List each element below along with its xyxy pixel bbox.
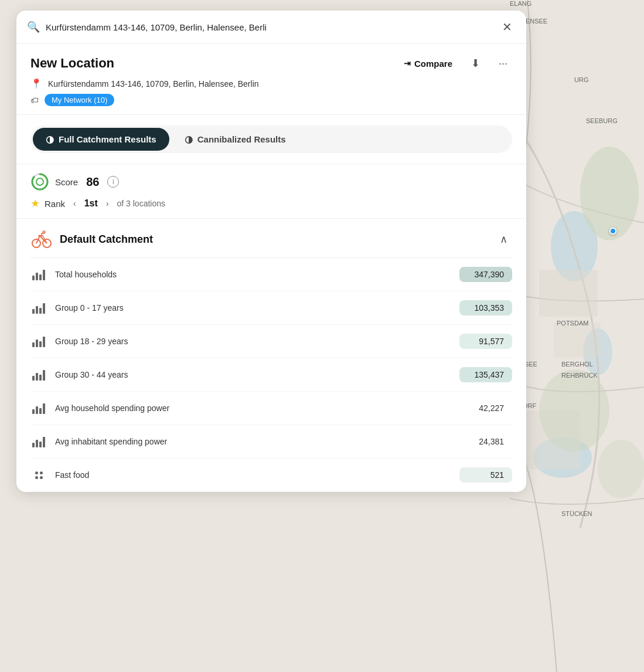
search-bar: 🔍 Kurfürstendamm 143-146, 10709, Berlin,… xyxy=(16,11,526,44)
map-location-dot xyxy=(609,228,616,235)
metric-value-2: 91,577 xyxy=(459,334,512,349)
location-panel: 🔍 Kurfürstendamm 143-146, 10709, Berlin,… xyxy=(16,11,526,492)
metric-label-6: Fast food xyxy=(55,470,451,480)
header-top: New Location ⇥ Compare ⬇ ··· xyxy=(30,55,512,72)
rank-prev-button[interactable]: ‹ xyxy=(70,198,80,209)
rank-row: ★ Rank ‹ 1st › of 3 locations xyxy=(30,197,512,210)
metric-label-5: Avg inhabitant spending power xyxy=(55,437,451,446)
score-value: 86 xyxy=(86,175,99,189)
bar-chart-icon-0 xyxy=(30,266,47,283)
tab-cannibalized[interactable]: ◑ Cannibalized Results xyxy=(172,128,299,151)
score-info-icon[interactable]: i xyxy=(107,176,119,188)
tag-icon: 🏷 xyxy=(30,96,39,105)
metric-row-avg-household: Avg household spending power 42,227 xyxy=(30,392,512,425)
catchment-header: Default Catchment ∧ xyxy=(30,219,512,258)
map-label-urg: URG xyxy=(574,76,588,83)
compare-icon: ⇥ xyxy=(404,59,411,68)
svg-point-9 xyxy=(598,440,644,498)
close-button[interactable]: ✕ xyxy=(499,19,516,35)
rank-next-button[interactable]: › xyxy=(103,198,113,209)
header-actions: ⇥ Compare ⬇ ··· xyxy=(399,55,512,72)
tabs-container: ◑ Full Catchment Results ◑ Cannibalized … xyxy=(30,125,512,153)
score-row: Score 86 i xyxy=(30,172,512,191)
metric-row-avg-inhabitant: Avg inhabitant spending power 24,381 xyxy=(30,425,512,459)
search-query: Kurfürstendamm 143-146, 10709, Berlin, H… xyxy=(46,22,493,32)
address-text: Kurfürstendamm 143-146, 10709, Berlin, H… xyxy=(48,79,259,89)
tag-row: 🏷 My Network (10) xyxy=(30,94,512,106)
metric-value-6: 521 xyxy=(459,467,512,483)
svg-point-11 xyxy=(32,174,47,189)
svg-point-8 xyxy=(539,369,609,452)
tab-cannibalized-label: Cannibalized Results xyxy=(197,134,286,144)
tab-cannibalized-icon: ◑ xyxy=(185,134,193,145)
rank-label: Rank xyxy=(45,199,65,209)
svg-point-15 xyxy=(42,230,46,234)
catchment-section: Default Catchment ∧ Total households 347… xyxy=(16,219,526,492)
metric-value-4: 42,227 xyxy=(459,401,512,416)
bar-chart-icon-5 xyxy=(30,433,47,450)
metric-value-1: 103,353 xyxy=(459,300,512,315)
metric-label-3: Group 30 - 44 years xyxy=(55,370,451,379)
metric-value-3: 135,437 xyxy=(459,367,512,382)
tab-full-icon: ◑ xyxy=(46,134,54,145)
metric-value-0: 347,390 xyxy=(459,267,512,282)
dots-icon-6 xyxy=(30,467,47,483)
catchment-collapse-button[interactable]: ∧ xyxy=(495,230,512,248)
compare-label: Compare xyxy=(414,59,452,69)
bike-icon xyxy=(30,228,53,250)
bar-chart-icon-2 xyxy=(30,333,47,349)
score-indicator xyxy=(30,172,49,191)
map-label-seeburg: SEEBURG xyxy=(586,117,618,124)
location-pin-icon: 📍 xyxy=(30,78,42,89)
rank-value: 1st xyxy=(84,198,98,209)
metric-row-fast-food: Fast food 521 xyxy=(30,459,512,492)
svg-rect-4 xyxy=(539,270,598,317)
metric-label-4: Avg household spending power xyxy=(55,403,451,413)
search-icon: 🔍 xyxy=(27,21,40,33)
metric-row-total-households: Total households 347,390 xyxy=(30,258,512,291)
tab-full-label: Full Catchment Results xyxy=(59,134,156,144)
compare-button[interactable]: ⇥ Compare xyxy=(399,56,457,71)
tab-full-catchment[interactable]: ◑ Full Catchment Results xyxy=(33,128,169,151)
network-tag[interactable]: My Network (10) xyxy=(45,94,114,106)
more-button[interactable]: ··· xyxy=(494,55,512,72)
svg-point-7 xyxy=(580,147,639,240)
tabs-section: ◑ Full Catchment Results ◑ Cannibalized … xyxy=(16,115,526,164)
svg-point-12 xyxy=(36,178,43,185)
location-title: New Location xyxy=(30,56,114,71)
metric-label-0: Total households xyxy=(55,270,451,279)
map-label-elang: ELANG xyxy=(510,0,531,7)
score-label: Score xyxy=(55,177,78,187)
header-section: New Location ⇥ Compare ⬇ ··· 📍 Kurfürste… xyxy=(16,44,526,115)
map-label-potsdam: POTSDAM xyxy=(557,320,588,327)
map-label-rehbruck: REHBRÜCK xyxy=(561,372,598,379)
rank-total: of 3 locations xyxy=(117,199,166,208)
address-row: 📍 Kurfürstendamm 143-146, 10709, Berlin,… xyxy=(30,78,512,89)
metric-row-group-30-44: Group 30 - 44 years 135,437 xyxy=(30,358,512,392)
bar-chart-icon-3 xyxy=(30,366,47,383)
metric-label-1: Group 0 - 17 years xyxy=(55,303,451,313)
score-section: Score 86 i ★ Rank ‹ 1st › of 3 locations xyxy=(16,164,526,219)
svg-rect-5 xyxy=(554,323,601,358)
metric-value-5: 24,381 xyxy=(459,434,512,449)
metric-row-group-18-29: Group 18 - 29 years 91,577 xyxy=(30,325,512,358)
catchment-title: Default Catchment xyxy=(60,233,153,246)
map-label-berghol: BERGHOL xyxy=(561,361,593,368)
star-icon: ★ xyxy=(30,197,40,210)
map-label-stucken: STÜCKEN xyxy=(561,510,592,517)
metric-label-2: Group 18 - 29 years xyxy=(55,337,451,346)
bar-chart-icon-4 xyxy=(30,400,47,416)
bar-chart-icon-1 xyxy=(30,300,47,316)
catchment-title-wrap: Default Catchment xyxy=(30,228,153,250)
metric-row-group-0-17: Group 0 - 17 years 103,353 xyxy=(30,291,512,325)
download-button[interactable]: ⬇ xyxy=(466,55,485,72)
